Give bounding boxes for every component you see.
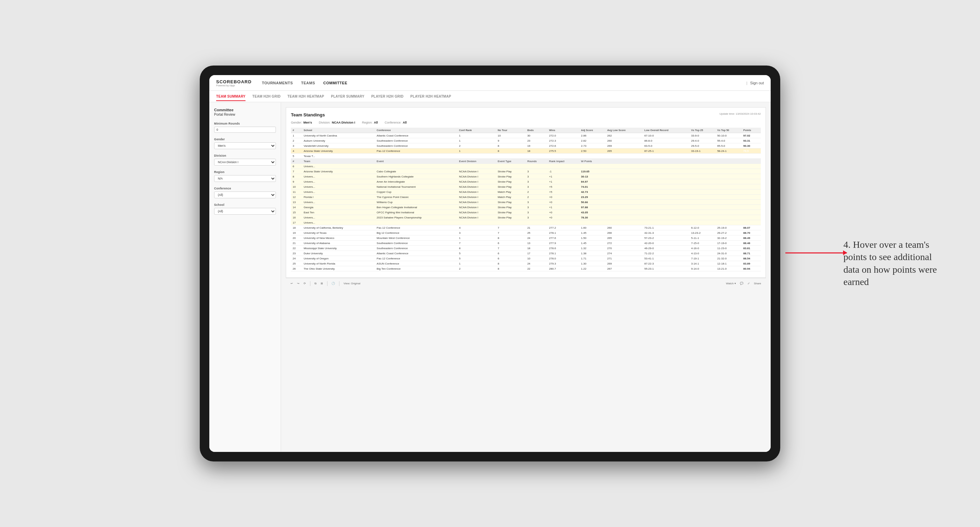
cell-top25: [715, 154, 741, 159]
tab-team-h2h-grid[interactable]: TEAM H2H GRID: [252, 92, 281, 101]
table-row[interactable]: 21 University of Alabama Southeastern Co…: [291, 241, 761, 246]
min-rounds-input[interactable]: [214, 127, 276, 133]
expanded-row[interactable]: 7 Arizona State University Cabo Collegia…: [291, 169, 761, 174]
table-row-highlighted[interactable]: 4 Arizona State University Pac-12 Confer…: [291, 148, 761, 154]
cell-bnds: 22: [525, 266, 547, 271]
sign-out-button[interactable]: Sign out: [750, 81, 764, 85]
cell-points[interactable]: 88.48: [742, 241, 761, 246]
expanded-row[interactable]: 12 Florida I The Cypress Point Classic N…: [291, 195, 761, 200]
school-select[interactable]: (All): [214, 208, 276, 215]
filter-conference: Conference: All: [385, 121, 407, 124]
cell-points[interactable]: 80.94: [742, 266, 761, 271]
cell-tours: 8: [496, 148, 525, 154]
cell-points[interactable]: 88.71: [742, 251, 761, 256]
cell-points[interactable]: 88.49: [742, 235, 761, 241]
cell-division: NCAA Division I: [457, 169, 496, 174]
content-area: Committee Portal Review Minimum Rounds G…: [209, 102, 771, 452]
cell-wins: 272.0: [547, 133, 579, 138]
nav-tournaments[interactable]: TOURNAMENTS: [262, 79, 293, 86]
expanded-row[interactable]: 17 Univers...: [291, 220, 761, 225]
cell-rounds: 2: [525, 195, 547, 200]
refresh-button[interactable]: ⟳: [304, 282, 306, 285]
cell-bnds: 30: [525, 133, 547, 138]
cell-points[interactable]: 88.54: [742, 256, 761, 261]
expanded-row[interactable]: 8 Univers... Southern Highlands Collegia…: [291, 174, 761, 179]
view-original-button[interactable]: View: Original: [344, 282, 360, 285]
table-row[interactable]: 1 University of North Carolina Atlantic …: [291, 133, 761, 138]
expanded-row[interactable]: 6 Univers...: [291, 164, 761, 169]
cell-tours: 7: [496, 246, 525, 251]
expanded-row[interactable]: 13 Univers... Williams Cup NCAA Division…: [291, 200, 761, 205]
expanded-row[interactable]: 9 Univers... Amer An Intercollegiate NCA…: [291, 179, 761, 184]
gender-filter-label: Gender:: [291, 121, 302, 124]
tab-team-summary[interactable]: TEAM SUMMARY: [216, 92, 245, 101]
cell-wins: 279.3: [547, 261, 579, 266]
tab-player-h2h-heatmap[interactable]: PLAYER H2H HEATMAP: [410, 92, 451, 101]
table-row[interactable]: 23 Duke University Atlantic Coast Confer…: [291, 251, 761, 256]
cell-num: 12: [291, 195, 302, 200]
cell-points[interactable]: 93.31: [742, 138, 761, 143]
cell-points[interactable]: 97.02: [742, 133, 761, 138]
cell-adj: 1.50: [579, 235, 606, 241]
cell-points[interactable]: [742, 154, 761, 159]
table-row[interactable]: 2 Auburn University Southeastern Confere…: [291, 138, 761, 143]
cell-rank-impact: +0: [547, 215, 579, 220]
table-row[interactable]: 26 The Ohio State University Big Ten Con…: [291, 266, 761, 271]
cell-points-highlighted[interactable]: 79.5: [742, 148, 761, 154]
cell-rank: 23: [291, 251, 302, 256]
cell-points[interactable]: 83.89: [742, 261, 761, 266]
expanded-row[interactable]: 10 Univers... National Invitational Tour…: [291, 184, 761, 189]
conference-select[interactable]: (All): [214, 192, 276, 198]
table-row[interactable]: 19 University of Texas Big 12 Conference…: [291, 230, 761, 235]
comment-button[interactable]: 💬: [740, 282, 743, 285]
cell-top25: 58-24-1: [715, 148, 741, 154]
table-row[interactable]: 3 Vanderbilt University Southeastern Con…: [291, 143, 761, 148]
cell-points[interactable]: 90.30: [742, 143, 761, 148]
cell-points[interactable]: 83.81: [742, 246, 761, 251]
grid-button[interactable]: ⊞: [321, 282, 323, 285]
cell-conference: Southeastern Conference: [375, 246, 457, 251]
expanded-row[interactable]: 16 Univers... 2023 Sahalee Players Champ…: [291, 215, 761, 220]
table-row[interactable]: 20 University of New Mexico Mountain Wes…: [291, 235, 761, 241]
table-row[interactable]: 25 University of North Florida ASUN Conf…: [291, 261, 761, 266]
cell-school: University of North Carolina: [302, 133, 375, 138]
cell-bnds: 10: [525, 256, 547, 261]
cell-avg: 265: [605, 235, 643, 241]
table-row[interactable]: 22 Mississippi State University Southeas…: [291, 246, 761, 251]
tab-team-h2h-heatmap[interactable]: TEAM H2H HEATMAP: [288, 92, 324, 101]
division-filter-value: NCAA Division I: [332, 121, 355, 124]
table-row[interactable]: 5 Texas T...: [291, 154, 761, 159]
cell-conf-rank: 3: [457, 230, 496, 235]
copy-button[interactable]: ⧉: [315, 282, 317, 285]
cell-division: NCAA Division I: [457, 205, 496, 210]
redo-button[interactable]: ↪: [297, 282, 299, 285]
clock-button[interactable]: 🕐: [332, 282, 335, 285]
nav-teams[interactable]: TEAMS: [301, 79, 315, 86]
expand-button[interactable]: ⤢: [748, 282, 750, 285]
division-select[interactable]: NCAA Division I NCAA Division II NCAA Di…: [214, 159, 276, 165]
cell-overall: 4-13-0: [689, 251, 715, 256]
table-row[interactable]: 24 University of Oregon Pac-12 Conferenc…: [291, 256, 761, 261]
nav-committee[interactable]: COMMITTEE: [323, 79, 348, 86]
share-button[interactable]: Share: [754, 282, 761, 285]
cell-points[interactable]: 88.07: [742, 225, 761, 230]
gender-select[interactable]: Men's Women's: [214, 142, 276, 149]
cell-avg: 262: [605, 133, 643, 138]
region-select[interactable]: N/A All: [214, 175, 276, 182]
watch-button[interactable]: Watch ▾: [726, 282, 736, 285]
cell-bnds: 17: [525, 251, 547, 256]
tab-player-h2h-grid[interactable]: PLAYER H2H GRID: [371, 92, 404, 101]
undo-button[interactable]: ↩: [291, 282, 293, 285]
expanded-row[interactable]: 15 East Ten OFCC Fighting Illini Invitat…: [291, 210, 761, 215]
cell-tours: 6: [496, 241, 525, 246]
expanded-row[interactable]: 11 Univers... Copper Cup NCAA Division I…: [291, 189, 761, 195]
cell-avg: 274: [605, 251, 643, 256]
expanded-row[interactable]: 14 Georgia Ben Hogan Collegiate Invitati…: [291, 205, 761, 210]
table-row[interactable]: 18 University of California, Berkeley Pa…: [291, 225, 761, 230]
cell-conf-rank: 4: [457, 225, 496, 230]
cell-event: Ben Hogan Collegiate Invitational: [375, 205, 457, 210]
cell-points[interactable]: 88.70: [742, 230, 761, 235]
tab-player-summary[interactable]: PLAYER SUMMARY: [331, 92, 364, 101]
cell-low: 71-22-2: [643, 251, 689, 256]
nav-divider: |: [746, 81, 748, 85]
